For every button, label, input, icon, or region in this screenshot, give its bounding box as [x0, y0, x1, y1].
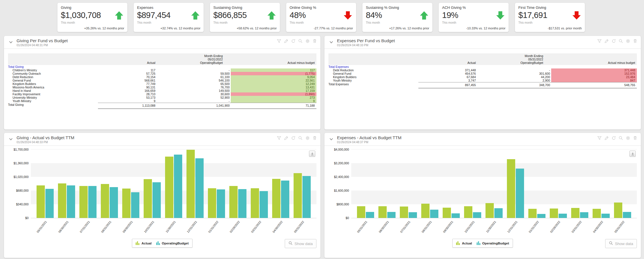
- kpi-period: This month: [61, 21, 124, 24]
- bar-actual[interactable]: [122, 189, 131, 218]
- bar-actual[interactable]: [208, 188, 216, 218]
- bar-actual[interactable]: [593, 209, 601, 218]
- edit-icon[interactable]: [284, 39, 288, 43]
- bar-operatingbudget[interactable]: [387, 212, 396, 218]
- chevron-down-icon[interactable]: [9, 40, 13, 44]
- bar-operatingbudget[interactable]: [580, 212, 588, 218]
- bar-actual[interactable]: [571, 208, 579, 218]
- delete-icon[interactable]: [633, 136, 637, 140]
- bar-actual[interactable]: [443, 208, 451, 218]
- settings-icon[interactable]: [626, 136, 630, 140]
- bar-actual[interactable]: [144, 179, 152, 218]
- legend-item-operatingbudget[interactable]: OperatingBudget: [156, 241, 189, 246]
- bar-actual[interactable]: [485, 203, 494, 218]
- bar-group: 02/28/2022: [229, 149, 246, 218]
- bar-operatingbudget[interactable]: [516, 169, 524, 218]
- bar-actual[interactable]: [528, 209, 537, 218]
- bar-operatingbudget[interactable]: [430, 210, 438, 218]
- bar-actual[interactable]: [400, 207, 408, 218]
- delete-icon[interactable]: [312, 39, 317, 43]
- bar-actual[interactable]: [464, 206, 472, 218]
- chevron-down-icon[interactable]: [329, 137, 333, 141]
- group-link[interactable]: Total Expenses: [328, 65, 418, 68]
- kpi-card[interactable]: Sustaining % Giving84%This month+17.26% …: [362, 3, 432, 32]
- bar-actual[interactable]: [294, 173, 302, 218]
- bar-actual[interactable]: [272, 179, 280, 218]
- search-icon[interactable]: [298, 39, 303, 43]
- bar-actual[interactable]: [507, 159, 515, 218]
- legend-item-actual[interactable]: Actual: [456, 241, 472, 246]
- bar-actual[interactable]: [101, 184, 109, 218]
- bar-operatingbudget[interactable]: [88, 186, 97, 218]
- bar-actual[interactable]: [37, 185, 45, 218]
- search-icon[interactable]: [298, 136, 303, 140]
- bar-operatingbudget[interactable]: [260, 191, 268, 218]
- bar-actual[interactable]: [186, 150, 195, 218]
- search-icon[interactable]: [619, 136, 623, 140]
- kpi-card[interactable]: Online Giving %48%This month-27.77% vs. …: [286, 3, 356, 32]
- bar-actual[interactable]: [229, 186, 238, 218]
- refresh-icon[interactable]: [611, 136, 616, 140]
- edit-icon[interactable]: [284, 136, 288, 140]
- filter-icon[interactable]: [277, 136, 281, 140]
- bar-operatingbudget[interactable]: [473, 212, 481, 218]
- bar-operatingbudget[interactable]: [110, 187, 118, 218]
- chart-footer: ActualOperatingBudgetShow data: [8, 239, 316, 250]
- bar-actual[interactable]: [614, 203, 622, 218]
- bar-actual[interactable]: [378, 206, 387, 218]
- legend-item-actual[interactable]: Actual: [136, 241, 151, 246]
- kpi-card[interactable]: First Time Giving$17,691This month-$17,5…: [515, 3, 585, 32]
- bar-operatingbudget[interactable]: [537, 214, 545, 218]
- bar-actual[interactable]: [421, 204, 430, 218]
- bar-operatingbudget[interactable]: [45, 189, 54, 218]
- refresh-icon[interactable]: [291, 136, 296, 140]
- kpi-card[interactable]: Expenses$897,454This month+32.74% vs. 12…: [134, 3, 204, 32]
- search-icon[interactable]: [619, 39, 623, 43]
- actual-value: 166,659: [98, 89, 157, 92]
- bar-actual[interactable]: [357, 206, 365, 218]
- bar-operatingbudget[interactable]: [153, 182, 161, 218]
- settings-icon[interactable]: [305, 136, 310, 140]
- kpi-card[interactable]: ACH Giving %19%This month-10.33% vs. 12 …: [439, 3, 509, 32]
- kpi-card[interactable]: Giving$1,030,708This month+35.26% vs. 12…: [57, 3, 127, 32]
- bar-operatingbudget[interactable]: [623, 212, 631, 218]
- settings-icon[interactable]: [305, 39, 310, 43]
- chevron-down-icon[interactable]: [329, 40, 333, 44]
- bar-operatingbudget[interactable]: [195, 158, 204, 218]
- delete-icon[interactable]: [633, 39, 637, 43]
- bar-operatingbudget[interactable]: [409, 212, 417, 218]
- refresh-icon[interactable]: [291, 39, 296, 43]
- bar-operatingbudget[interactable]: [601, 214, 610, 218]
- bar-operatingbudget[interactable]: [217, 189, 225, 218]
- bar-operatingbudget[interactable]: [67, 185, 75, 218]
- bar-operatingbudget[interactable]: [559, 214, 567, 218]
- bar-operatingbudget[interactable]: [302, 176, 311, 218]
- bar-operatingbudget[interactable]: [366, 212, 374, 218]
- edit-icon[interactable]: [604, 39, 609, 43]
- filter-icon[interactable]: [597, 136, 602, 140]
- bar-operatingbudget[interactable]: [494, 208, 503, 218]
- show-data-button[interactable]: Show data: [605, 239, 637, 248]
- bar-operatingbudget[interactable]: [131, 192, 139, 218]
- bar-actual[interactable]: [251, 188, 259, 218]
- bar-actual[interactable]: [58, 183, 66, 218]
- bar-actual[interactable]: [165, 157, 173, 218]
- edit-icon[interactable]: [604, 136, 609, 140]
- chevron-down-icon[interactable]: [9, 137, 13, 141]
- group-link[interactable]: Total Giving: [8, 65, 98, 68]
- filter-icon[interactable]: [277, 39, 281, 43]
- bar-group: 06/30/2021: [378, 149, 396, 218]
- kpi-card[interactable]: Sustaining Giving$866,855This month+58.6…: [210, 3, 280, 32]
- bar-operatingbudget[interactable]: [452, 213, 460, 218]
- filter-icon[interactable]: [597, 39, 602, 43]
- show-data-button[interactable]: Show data: [285, 239, 316, 248]
- bar-operatingbudget[interactable]: [174, 155, 182, 218]
- bar-actual[interactable]: [550, 209, 558, 218]
- bar-operatingbudget[interactable]: [281, 181, 289, 218]
- legend-item-operatingbudget[interactable]: OperatingBudget: [477, 241, 509, 246]
- refresh-icon[interactable]: [611, 39, 616, 43]
- bar-operatingbudget[interactable]: [238, 189, 246, 218]
- delete-icon[interactable]: [312, 136, 317, 140]
- settings-icon[interactable]: [626, 39, 630, 43]
- bar-actual[interactable]: [79, 186, 88, 218]
